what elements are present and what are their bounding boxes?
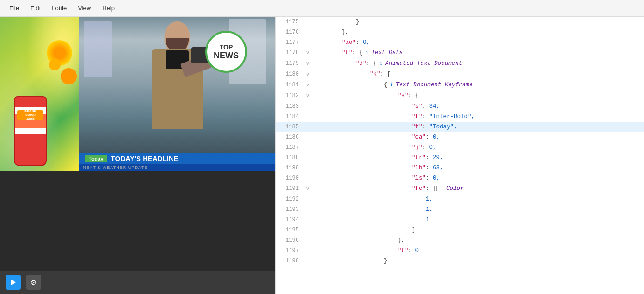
line-number: 1180 — [279, 69, 299, 79]
code-line-1181: 1181v { ℹ Text Document Keyframe — [276, 80, 644, 91]
line-number: 1184 — [279, 112, 299, 122]
controls-bar: ⚙ — [0, 271, 275, 294]
line-content: "ls": 0, — [314, 173, 640, 183]
code-line-1196: 1196 }, — [276, 235, 644, 245]
line-content: "t": "Today", — [314, 122, 640, 132]
color-type-label: Color — [443, 185, 464, 192]
line-content: "lh": 63, — [314, 163, 640, 173]
code-line-1192: 1192 1, — [276, 194, 644, 204]
line-toggle[interactable]: v — [306, 59, 312, 69]
menu-view[interactable]: View — [72, 2, 97, 14]
code-line-1182: 1182v "s": { — [276, 91, 644, 101]
color-swatch — [436, 186, 442, 191]
line-number: 1183 — [279, 101, 299, 112]
line-number: 1182 — [279, 91, 299, 101]
line-content: { ℹ Text Document Keyframe — [314, 80, 640, 90]
line-content: ] — [314, 225, 640, 235]
line-content: }, — [314, 235, 640, 245]
code-line-1184: 1184 "f": "Inter-Bold", — [276, 112, 644, 122]
line-number: 1195 — [279, 225, 299, 235]
line-content: "t": 0 — [314, 245, 640, 256]
code-line-1187: 1187 "j": 0, — [276, 142, 644, 153]
line-number: 1181 — [279, 80, 299, 90]
code-line-1198: 1198 } — [276, 256, 644, 266]
line-number: 1198 — [279, 256, 299, 266]
line-number: 1186 — [279, 132, 299, 142]
line-content: "tr": 29, — [314, 153, 640, 163]
line-content: "d": { ℹ Animated Text Document — [314, 58, 640, 69]
sub-headline: NEXT & WEATHER UPDATE — [79, 164, 275, 171]
line-number: 1177 — [279, 37, 299, 48]
line-number: 1176 — [279, 27, 299, 37]
news-label: NEWS — [214, 51, 239, 61]
code-line-1183: 1183 "s": 34, — [276, 101, 644, 112]
line-content: "f": "Inter-Bold", — [314, 112, 640, 122]
line-number: 1188 — [279, 153, 299, 163]
line-number: 1189 — [279, 163, 299, 173]
menu-help[interactable]: Help — [97, 2, 120, 14]
line-content: "s": { — [314, 91, 640, 101]
line-toggle[interactable]: v — [306, 48, 312, 58]
line-content: "j": 0, — [314, 142, 640, 153]
top-news-badge: TOP NEWS — [205, 31, 247, 73]
line-number: 1192 — [279, 194, 299, 204]
code-line-1193: 1193 1, — [276, 204, 644, 215]
line-toggle[interactable]: v — [306, 70, 312, 80]
line-number: 1196 — [279, 235, 299, 245]
code-line-1195: 1195 ] — [276, 225, 644, 235]
code-line-1197: 1197 "t": 0 — [276, 245, 644, 256]
line-number: 1197 — [279, 245, 299, 256]
settings-button[interactable]: ⚙ — [26, 275, 41, 290]
code-line-1176: 1176 }, — [276, 27, 644, 37]
line-content: }, — [314, 27, 640, 37]
line-content: "fc": [ Color — [314, 183, 640, 194]
line-content: 1 — [314, 215, 640, 225]
line-content: "ca": 0, — [314, 132, 640, 142]
code-line-1186: 1186 "ca": 0, — [276, 132, 644, 142]
line-content: 1, — [314, 194, 640, 204]
line-content: "t": { ℹ Text Data — [314, 48, 640, 58]
menu-lottie[interactable]: Lottie — [46, 2, 72, 14]
top-label: TOP — [220, 43, 233, 51]
menu-bar: File Edit Lottie View Help — [0, 0, 644, 17]
code-line-1189: 1189 "lh": 63, — [276, 163, 644, 173]
news-overlay: Today TODAY'S HEADLINE NEXT & WEATHER UP… — [79, 153, 275, 171]
code-line-1190: 1190 "ls": 0, — [276, 173, 644, 183]
preview-panel: BRANDOrangeJuice — [0, 17, 275, 294]
line-toggle[interactable]: v — [306, 80, 312, 91]
headline-text: TODAY'S HEADLINE — [111, 154, 179, 162]
menu-file[interactable]: File — [4, 2, 25, 14]
line-number: 1178 — [279, 48, 299, 58]
code-editor[interactable]: 1175 }1176 },1177 "ao": 0,1178v "t": { ℹ… — [276, 17, 644, 294]
line-number: 1179 — [279, 58, 299, 69]
line-number: 1191 — [279, 183, 299, 194]
line-content: "k": [ — [314, 69, 640, 79]
line-number: 1185 — [279, 122, 299, 132]
preview-image-right: TOP NEWS Today TODAY'S HEADLINE NEXT & W… — [79, 17, 275, 171]
line-number: 1190 — [279, 173, 299, 183]
line-number: 1194 — [279, 215, 299, 225]
type-label: Animated Text Document — [382, 60, 463, 67]
today-badge: Today — [85, 155, 107, 162]
code-line-1191: 1191v "fc": [ Color — [276, 183, 644, 194]
main-content: BRANDOrangeJuice — [0, 17, 644, 294]
line-toggle[interactable]: v — [306, 184, 312, 194]
code-line-1180: 1180v "k": [ — [276, 69, 644, 80]
info-icon: ℹ — [363, 50, 368, 56]
code-line-1188: 1188 "tr": 29, — [276, 153, 644, 163]
line-content: 1, — [314, 204, 640, 215]
line-content: } — [314, 256, 640, 266]
line-number: 1193 — [279, 204, 299, 215]
type-label: Text Data — [368, 49, 403, 56]
play-button[interactable] — [6, 275, 21, 290]
headline-bar: Today TODAY'S HEADLINE — [79, 153, 275, 164]
code-line-1177: 1177 "ao": 0, — [276, 37, 644, 48]
line-toggle[interactable]: v — [306, 91, 312, 101]
line-content: "ao": 0, — [314, 37, 640, 48]
preview-image-left: BRANDOrangeJuice — [0, 17, 79, 171]
code-line-1179: 1179v "d": { ℹ Animated Text Document — [276, 58, 644, 69]
line-number: 1175 — [279, 17, 299, 27]
menu-edit[interactable]: Edit — [25, 2, 46, 14]
code-line-1178: 1178v "t": { ℹ Text Data — [276, 48, 644, 58]
line-content: "s": 34, — [314, 101, 640, 112]
